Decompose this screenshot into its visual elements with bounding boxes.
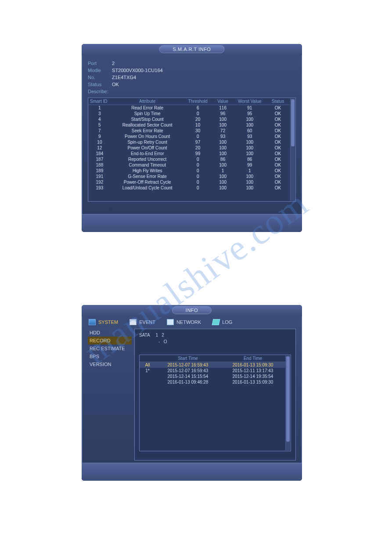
table-cell: 184: [88, 151, 111, 156]
col-value: Value: [212, 98, 234, 105]
table-cell: 2015-12-07 16:59:43: [155, 368, 220, 374]
table-cell: OK: [266, 174, 290, 179]
event-icon: [129, 319, 137, 325]
table-cell: 20: [184, 116, 212, 122]
col-start-time: Start Time: [155, 355, 220, 362]
table-row[interactable]: 189High Fly Writes011OK: [88, 168, 290, 174]
panel-footer: [82, 463, 302, 481]
record-table-scrollbar[interactable]: [285, 355, 290, 450]
table-cell: 100: [212, 185, 234, 191]
table-cell: 100: [212, 139, 234, 145]
table-cell: 2016-01-13 09:46:28: [155, 379, 220, 385]
describe-row: Describe:: [88, 89, 296, 94]
table-cell: 100: [234, 145, 266, 151]
table-row[interactable]: 187Reported Uncorrect08686OK: [88, 156, 290, 162]
table-cell: 2016-01-13 15:09:30: [220, 362, 285, 368]
sata-slot-2: 2: [162, 333, 164, 337]
table-row[interactable]: 9Power On Hours Count09393OK: [88, 134, 290, 139]
table-cell: 0: [184, 179, 212, 185]
info-panel-body: HDDRECORDREC ESTIMATEBPSVERSION SATA 1 2…: [82, 329, 302, 461]
col-end-time: End Time: [220, 355, 285, 362]
page: S.M.A.R.T INFO Port 2 Modle ST2000VX000-…: [0, 0, 392, 555]
table-row[interactable]: 4Start/Stop Count20100100OK: [88, 116, 290, 122]
no-label: No.: [88, 75, 111, 80]
col-idx: [140, 355, 155, 362]
tab-event[interactable]: EVENT: [129, 319, 155, 325]
panel-titlebar: INFO: [82, 305, 302, 316]
sidebar-item[interactable]: HDD: [88, 329, 132, 337]
table-cell: Power-Off Retract Cycle: [111, 179, 184, 185]
tab-log[interactable]: LOG: [212, 319, 232, 325]
table-cell: 93: [212, 134, 234, 139]
table-cell: Command Timeout: [111, 162, 184, 168]
table-cell: 0: [184, 185, 212, 191]
table-cell: OK: [266, 162, 290, 168]
table-cell: 100: [212, 145, 234, 151]
table-row[interactable]: All2015-12-07 16:59:432016-01-13 15:09:3…: [140, 362, 285, 368]
table-cell: 1: [234, 168, 266, 174]
table-cell: OK: [266, 168, 290, 174]
tab-system[interactable]: SYSTEM: [89, 319, 118, 325]
table-cell: 100: [234, 151, 266, 156]
sata-indicator-row: - O: [158, 339, 291, 344]
table-cell: Start/Stop Count: [111, 116, 184, 122]
table-cell: 100: [234, 122, 266, 128]
table-row[interactable]: 12Power On/Off Count20100100OK: [88, 145, 290, 151]
table-cell: 2016-01-13 15:09:30: [220, 379, 285, 385]
table-cell: OK: [266, 105, 290, 111]
sidebar-item[interactable]: VERSION: [88, 360, 132, 368]
modle-label: Modle: [88, 68, 111, 73]
table-row[interactable]: 1Read Error Rate611691OK: [88, 105, 290, 111]
table-cell: 189: [88, 168, 111, 174]
table-row[interactable]: 1*2015-12-07 16:59:432015-12-11 13:17:43: [140, 368, 285, 374]
table-row[interactable]: 7Seek Error Rate307260OK: [88, 128, 290, 134]
sidebar-item[interactable]: RECORD: [88, 337, 132, 345]
sata-indicator-circle: O: [164, 339, 167, 344]
tab-network[interactable]: NETWORK: [167, 319, 201, 325]
table-cell: 100: [234, 174, 266, 179]
sidebar-item[interactable]: BPS: [88, 352, 132, 360]
table-cell: 191: [88, 174, 111, 179]
table-row[interactable]: 3Spin Up Time09695OK: [88, 111, 290, 116]
table-cell: 100: [212, 174, 234, 179]
status-value: OK: [112, 82, 119, 87]
sidebar-item[interactable]: REC ESTIMATE: [88, 345, 132, 352]
table-cell: 100: [234, 116, 266, 122]
table-cell: 6: [184, 105, 212, 111]
table-row[interactable]: 193Load/Unload Cycle Count0100100OK: [88, 185, 290, 191]
table-row[interactable]: 191G-Sense Error Rate0100100OK: [88, 174, 290, 179]
log-icon: [212, 319, 220, 325]
table-cell: OK: [266, 122, 290, 128]
table-cell: OK: [266, 134, 290, 139]
table-cell: 12: [88, 145, 111, 151]
table-cell: End-to-End Error: [111, 151, 184, 156]
table-cell: 2015-12-14 19:35:54: [220, 374, 285, 379]
table-row[interactable]: 192Power-Off Retract Cycle0100100OK: [88, 179, 290, 185]
table-row[interactable]: 184End-to-End Error99100100OK: [88, 151, 290, 156]
table-cell: 0: [184, 174, 212, 179]
table-cell: OK: [266, 111, 290, 116]
table-cell: 97: [184, 139, 212, 145]
scrollbar-thumb[interactable]: [286, 356, 290, 442]
scrollbar-thumb[interactable]: [291, 99, 295, 146]
panel-title: S.M.A.R.T INFO: [159, 45, 225, 53]
table-cell: 9: [88, 134, 111, 139]
table-row[interactable]: 2015-12-14 15:15:542015-12-14 19:35:54: [140, 374, 285, 379]
table-cell: 95: [234, 111, 266, 116]
table-cell: Read Error Rate: [111, 105, 184, 111]
table-cell: 193: [88, 185, 111, 191]
table-cell: Spin Up Time: [111, 111, 184, 116]
table-cell: 86: [212, 156, 234, 162]
table-cell: 0: [184, 111, 212, 116]
table-row[interactable]: 5Reallocated Sector Count10100100OK: [88, 122, 290, 128]
table-row[interactable]: 10Spin-up Retry Count97100100OK: [88, 139, 290, 145]
table-cell: OK: [266, 139, 290, 145]
smart-table-scrollbar[interactable]: [290, 98, 295, 201]
table-cell: Power On/Off Count: [111, 145, 184, 151]
smart-info-panel: S.M.A.R.T INFO Port 2 Modle ST2000VX000-…: [82, 44, 302, 232]
table-cell: 93: [234, 134, 266, 139]
status-label: Status: [88, 82, 111, 87]
table-row[interactable]: 2016-01-13 09:46:282016-01-13 15:09:30: [140, 379, 285, 385]
table-cell: Seek Error Rate: [111, 128, 184, 134]
table-row[interactable]: 188Command Timeout010099OK: [88, 162, 290, 168]
